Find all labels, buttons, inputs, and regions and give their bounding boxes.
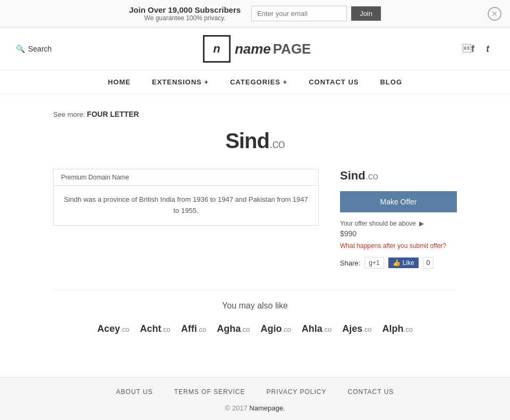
search-icon: 🔍 <box>16 45 25 53</box>
arrow-icon: ▶ <box>419 220 424 227</box>
header: 🔍 Search n name PAGE  f t <box>0 28 510 71</box>
see-more-label[interactable]: FOUR LETTER <box>87 110 139 118</box>
offer-title: Sind.co <box>340 169 457 183</box>
description-text: Sindh was a province of British India fr… <box>54 186 318 225</box>
domain-suggestion-item[interactable]: Affi.co <box>181 323 206 335</box>
domain-suggestion-item[interactable]: Acht.co <box>140 323 170 335</box>
domain-name-text: Sind <box>225 129 269 152</box>
footer: ABOUT USTERMS OF SERVICEPRIVACY POLICYCO… <box>0 377 510 420</box>
footer-nav-privacy[interactable]: PRIVACY POLICY <box>267 388 327 396</box>
fb-like-button[interactable]: 👍 Like <box>388 258 419 268</box>
also-like-domains: Acey.coAcht.coAffi.coAgha.coAgio.coAhla.… <box>53 323 457 335</box>
footer-copyright: © 2017 Namepage. <box>11 404 499 412</box>
email-input[interactable] <box>251 6 347 21</box>
domain-suggestion-item[interactable]: Acey.co <box>97 323 129 335</box>
also-like-section: You may also like Acey.coAcht.coAffi.coA… <box>53 290 457 345</box>
offer-domain-name: Sind <box>340 169 366 182</box>
search-label: Search <box>28 45 52 53</box>
banner-form: Join <box>251 6 381 21</box>
fb-count: 0 <box>423 257 434 269</box>
top-banner: Join Over 19,000 Subscribers We guarante… <box>0 0 510 28</box>
gplus-button[interactable]: g+1 <box>364 257 384 269</box>
nav-contact[interactable]: CONTACT US <box>309 78 359 86</box>
domain-suggestion-item[interactable]: Agio.co <box>260 323 291 335</box>
share-area: Share: g+1 👍 Like 0 <box>340 257 457 269</box>
description-tab: Premium Domain Name <box>54 169 318 186</box>
banner-headline: Join Over 19,000 Subscribers <box>129 5 241 14</box>
footer-nav: ABOUT USTERMS OF SERVICEPRIVACY POLICYCO… <box>11 388 499 396</box>
footer-nav-terms[interactable]: TERMS OF SERVICE <box>174 388 245 396</box>
facebook-icon[interactable]:  f <box>462 42 475 55</box>
nav-blog[interactable]: BLOG <box>380 78 402 86</box>
what-happens-link[interactable]: What happens after you submit offer? <box>340 242 457 250</box>
copyright-text: © 2017 <box>225 404 248 412</box>
offer-hint: Your offer should be above ▶ <box>340 220 457 227</box>
fb-thumb-icon: 👍 <box>393 259 401 267</box>
logo-box: n <box>203 35 231 63</box>
see-more-prefix: See more: <box>53 110 85 118</box>
description-box: Premium Domain Name Sindh was a province… <box>53 169 319 226</box>
see-more: See more: FOUR LETTER <box>53 110 457 118</box>
domain-info-area: Premium Domain Name Sindh was a province… <box>53 169 457 269</box>
main-nav: HOME EXTENSIONS + CATEGORIES + CONTACT U… <box>0 71 510 94</box>
footer-brand-link[interactable]: Namepage. <box>249 404 285 412</box>
offer-price: $990 <box>340 229 457 238</box>
join-button[interactable]: Join <box>351 6 381 21</box>
logo-page: PAGE <box>273 41 311 57</box>
banner-subtext: We guarantee 100% privacy. <box>129 14 241 22</box>
search-link[interactable]: 🔍 Search <box>16 45 52 53</box>
nav-home[interactable]: HOME <box>108 78 131 86</box>
domain-tld-large: .co <box>269 136 285 151</box>
twitter-icon[interactable]: t <box>481 42 494 55</box>
footer-nav-about[interactable]: ABOUT US <box>116 388 153 396</box>
domain-suggestion-item[interactable]: Agha.co <box>217 323 250 335</box>
logo-name: name <box>235 41 271 57</box>
social-links:  f t <box>462 42 494 55</box>
nav-extensions[interactable]: EXTENSIONS + <box>152 78 209 86</box>
close-banner-button[interactable]: ✕ <box>488 7 502 21</box>
domain-suggestion-item[interactable]: Ajes.co <box>342 323 371 335</box>
footer-nav-contact[interactable]: CONTACT US <box>347 388 394 396</box>
domain-suggestion-item[interactable]: Ahla.co <box>302 323 332 335</box>
offer-area: Sind.co Make Offer Your offer should be … <box>340 169 457 269</box>
nav-categories[interactable]: CATEGORIES + <box>230 78 287 86</box>
make-offer-button[interactable]: Make Offer <box>340 191 457 212</box>
also-like-title: You may also like <box>53 301 457 311</box>
domain-display: Sind.co <box>53 129 457 153</box>
logo-letter: n <box>213 42 220 56</box>
logo[interactable]: n name PAGE <box>203 35 311 63</box>
fb-like-label: Like <box>403 259 414 267</box>
banner-text: Join Over 19,000 Subscribers We guarante… <box>129 5 241 22</box>
offer-hint-text: Your offer should be above <box>340 220 416 227</box>
main-content: See more: FOUR LETTER Sind.co Premium Do… <box>42 94 468 361</box>
offer-domain-tld: .co <box>366 171 378 182</box>
domain-suggestion-item[interactable]: Alph.co <box>382 323 413 335</box>
logo-text: name PAGE <box>235 42 311 56</box>
domain-name-large: Sind.co <box>225 129 285 152</box>
share-label: Share: <box>340 259 360 267</box>
